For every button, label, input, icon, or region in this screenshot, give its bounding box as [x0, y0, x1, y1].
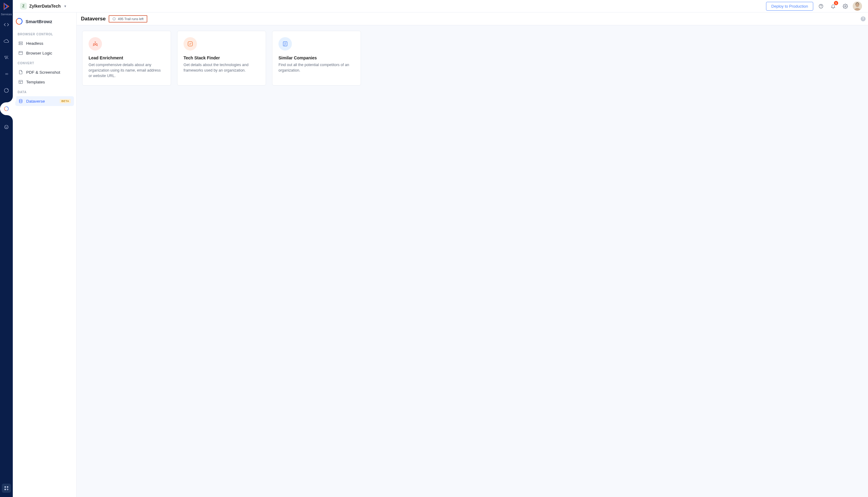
rail-item-radar[interactable] — [2, 86, 11, 95]
svg-rect-19 — [19, 81, 23, 84]
svg-point-17 — [19, 52, 20, 52]
card-lead-enrichment[interactable]: Lead Enrichment Get comprehensive detail… — [82, 31, 171, 86]
svg-point-23 — [95, 44, 98, 45]
svg-point-22 — [93, 44, 95, 45]
smartbrowz-logo-icon — [15, 17, 23, 25]
workspace-avatar: Z — [20, 3, 27, 10]
svg-rect-13 — [19, 44, 23, 44]
info-icon — [112, 17, 116, 21]
section-browser-control: BROWSER CONTROL — [15, 29, 74, 38]
card-title: Tech Stack Finder — [183, 55, 260, 60]
svg-point-15 — [19, 44, 20, 44]
rail-item-code[interactable] — [2, 20, 11, 29]
nav-headless[interactable]: Headless — [15, 38, 74, 48]
card-tech-stack-finder[interactable]: Tech Stack Finder Get details about the … — [177, 31, 266, 86]
nav-label: Headless — [26, 41, 43, 46]
svg-rect-6 — [4, 489, 6, 490]
card-desc: Find out all the potential competitors o… — [279, 62, 355, 73]
nav-label: PDF & Screenshot — [26, 70, 60, 75]
rail-item-infinity[interactable] — [2, 69, 11, 79]
server-icon — [18, 41, 23, 46]
database-icon — [18, 99, 23, 103]
svg-point-9 — [844, 5, 846, 7]
icon-rail: Services — [0, 0, 13, 497]
file-icon — [18, 70, 23, 75]
svg-point-11 — [855, 3, 859, 7]
svg-point-14 — [19, 42, 20, 43]
trail-pill-text: 495 Trail runs left — [118, 17, 143, 21]
svg-point-20 — [19, 99, 22, 100]
card-desc: Get details about the technologies and f… — [183, 62, 260, 73]
card-title: Lead Enrichment — [89, 55, 165, 60]
card-grid: Lead Enrichment Get comprehensive detail… — [82, 31, 863, 86]
rail-item-zia[interactable] — [2, 53, 11, 62]
section-data: DATA — [15, 87, 74, 96]
card-desc: Get comprehensive details about any orga… — [89, 62, 165, 79]
svg-point-2 — [5, 127, 6, 127]
nav-templates[interactable]: Templates — [15, 77, 74, 87]
layout-icon — [18, 80, 23, 84]
tech-stack-icon — [183, 37, 197, 51]
settings-icon[interactable] — [841, 1, 850, 11]
svg-point-1 — [4, 125, 8, 129]
rail-item-smartbrowz-active[interactable] — [0, 102, 13, 115]
nav-label: Browser Logic — [26, 51, 52, 55]
workspace-name: ZylkerDataTech — [29, 4, 61, 9]
catalyst-logo-icon — [2, 2, 11, 11]
workspace-switcher[interactable]: Z ZylkerDataTech ▼ — [20, 3, 67, 10]
rail-services-label: Services — [1, 13, 12, 16]
svg-rect-16 — [19, 52, 23, 55]
rail-item-face[interactable] — [2, 123, 11, 131]
window-icon — [18, 51, 23, 55]
card-similar-companies[interactable]: Similar Companies Find out all the poten… — [272, 31, 361, 86]
nav-label: Templates — [26, 80, 45, 84]
page-bar: Dataverse 495 Trail runs left ? — [77, 13, 868, 25]
notifications-icon[interactable]: 1 — [828, 1, 838, 11]
sidebar: SmartBrowz BROWSER CONTROL Headless Brow… — [13, 13, 77, 497]
deploy-to-production-button[interactable]: Deploy to Production — [766, 2, 813, 11]
product-brand: SmartBrowz — [15, 17, 74, 29]
section-convert: CONVERT — [15, 58, 74, 67]
product-name: SmartBrowz — [26, 19, 52, 24]
rail-item-cloud[interactable] — [2, 37, 11, 46]
canvas: Lead Enrichment Get comprehensive detail… — [77, 25, 868, 497]
nav-pdf-screenshot[interactable]: PDF & Screenshot — [15, 67, 74, 77]
similar-companies-icon — [279, 37, 292, 51]
chevron-down-icon: ▼ — [64, 4, 67, 8]
svg-rect-5 — [7, 486, 8, 487]
trail-runs-pill[interactable]: 495 Trail runs left — [109, 15, 147, 23]
nav-browser-logic[interactable]: Browser Logic — [15, 48, 74, 58]
page-title: Dataverse — [81, 16, 106, 22]
page-help-bubble[interactable]: ? — [861, 16, 866, 21]
card-title: Similar Companies — [279, 55, 355, 60]
help-icon[interactable] — [816, 1, 825, 11]
nav-label: Dataverse — [26, 99, 45, 103]
beta-badge: BETA — [60, 99, 71, 103]
svg-rect-4 — [4, 486, 6, 487]
rail-apps-button[interactable] — [2, 484, 11, 493]
top-header: Z ZylkerDataTech ▼ Deploy to Production … — [13, 0, 868, 13]
svg-rect-12 — [19, 42, 23, 43]
notification-badge: 1 — [834, 1, 838, 5]
lead-enrichment-icon — [89, 37, 102, 51]
user-avatar[interactable] — [853, 1, 862, 11]
svg-point-18 — [20, 52, 20, 52]
nav-dataverse[interactable]: Dataverse BETA — [15, 96, 74, 106]
